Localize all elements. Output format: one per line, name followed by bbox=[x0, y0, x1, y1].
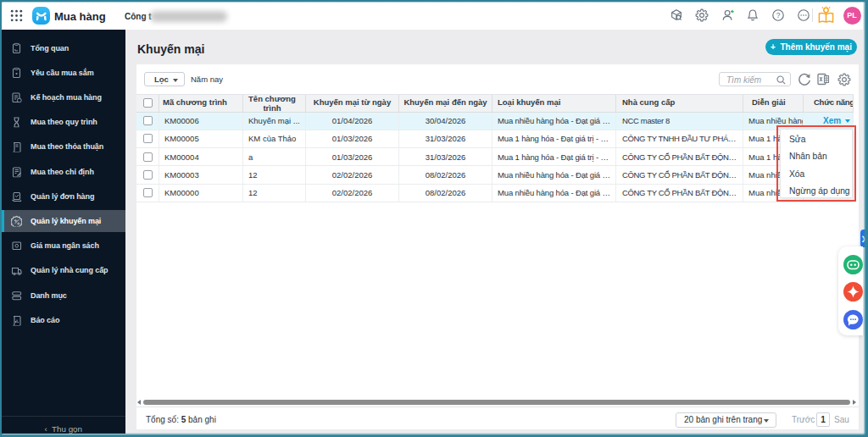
svg-text:?: ? bbox=[776, 11, 781, 19]
